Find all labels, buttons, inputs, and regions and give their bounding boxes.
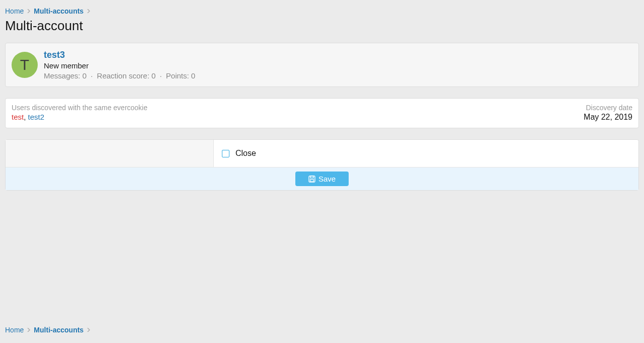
save-button[interactable]: Save: [295, 172, 349, 186]
reaction-label: Reaction score:: [97, 71, 149, 80]
chevron-right-icon: [87, 9, 91, 13]
save-button-label: Save: [318, 175, 336, 183]
breadcrumb: Home Multi-accounts: [5, 5, 639, 15]
svg-rect-2: [310, 180, 313, 182]
chevron-right-icon: [27, 9, 31, 13]
discovery-block: Users discovered with the same evercooki…: [5, 98, 639, 128]
messages-value: 0: [83, 71, 87, 80]
separator-dot: ·: [159, 71, 162, 80]
discovered-user-link[interactable]: test: [12, 113, 24, 121]
points-value: 0: [191, 71, 195, 80]
points-label: Points:: [166, 71, 189, 80]
discovery-date-label: Discovery date: [584, 104, 632, 112]
breadcrumb-multi-accounts[interactable]: Multi-accounts: [34, 7, 84, 15]
messages-label: Messages:: [44, 71, 80, 80]
form-block: Close Save: [5, 139, 639, 191]
save-icon: [308, 176, 315, 183]
svg-rect-1: [310, 176, 313, 178]
close-checkbox[interactable]: [222, 150, 229, 157]
discovery-users-label: Users discovered with the same evercooki…: [12, 104, 147, 112]
avatar[interactable]: T: [12, 52, 38, 78]
breadcrumb-home[interactable]: Home: [5, 7, 24, 15]
chevron-right-icon: [87, 327, 91, 333]
breadcrumb-multi-accounts[interactable]: Multi-accounts: [34, 326, 84, 334]
close-checkbox-label[interactable]: Close: [235, 149, 256, 158]
discovered-user-link[interactable]: test2: [28, 113, 45, 121]
form-footer: Save: [6, 167, 638, 190]
user-stats: Messages: 0 · Reaction score: 0 · Points…: [44, 71, 195, 81]
breadcrumb-home[interactable]: Home: [5, 326, 24, 334]
svg-rect-0: [309, 176, 315, 182]
reaction-value: 0: [151, 71, 155, 80]
comma-separator: ,: [24, 113, 28, 121]
form-input-cell: Close: [214, 140, 638, 167]
user-name-link[interactable]: test3: [44, 50, 65, 60]
page-title: Multi-account: [5, 18, 639, 34]
user-title: New member: [44, 61, 195, 71]
breadcrumb-bottom: Home Multi-accounts: [5, 326, 91, 334]
user-info: test3 New member Messages: 0 · Reaction …: [44, 49, 195, 80]
form-label-cell: [6, 140, 214, 167]
form-row-close: Close: [6, 140, 638, 167]
separator-dot: ·: [91, 71, 93, 80]
chevron-right-icon: [27, 327, 31, 333]
discovery-date: Discovery date May 22, 2019: [584, 104, 632, 122]
user-card: T test3 New member Messages: 0 · Reactio…: [5, 43, 639, 87]
discovery-users-list: test, test2: [12, 113, 147, 121]
discovery-users: Users discovered with the same evercooki…: [12, 104, 147, 122]
discovery-date-value: May 22, 2019: [584, 113, 632, 122]
